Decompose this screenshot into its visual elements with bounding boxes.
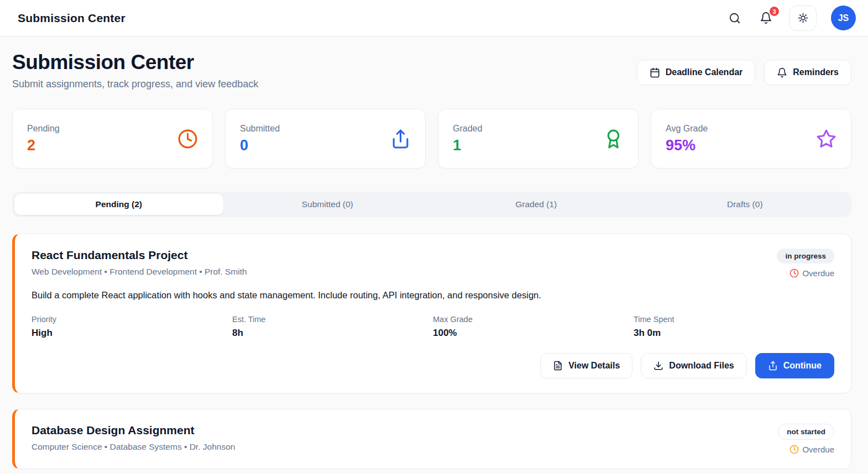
assignment-title-group: Database Design Assignment Computer Scie… <box>32 424 235 452</box>
download-icon <box>653 361 663 371</box>
clock-icon <box>789 268 799 278</box>
assignment-title-group: React Fundamentals Project Web Developme… <box>32 249 247 277</box>
stat-text: Graded 1 <box>453 124 482 154</box>
reminders-button[interactable]: Reminders <box>764 60 851 85</box>
bell-icon <box>777 67 787 78</box>
stat-text: Pending 2 <box>27 124 60 154</box>
stat-label: Pending <box>27 124 60 134</box>
stat-text: Submitted 0 <box>240 124 280 154</box>
calendar-icon <box>650 67 660 78</box>
file-text-icon <box>553 361 563 371</box>
sun-icon <box>797 12 809 24</box>
assignment-meta-line: Web Development • Frontend Development •… <box>32 267 247 277</box>
page-heading-group: Submission Center Submit assignments, tr… <box>12 51 258 90</box>
deadline-calendar-button[interactable]: Deadline Calendar <box>637 60 756 85</box>
award-icon <box>603 129 624 149</box>
field-est-time: Est. Time 8h <box>232 315 433 339</box>
field-value: 3h 0m <box>634 328 834 339</box>
stat-card-pending: Pending 2 <box>12 109 213 168</box>
notification-count-badge: 3 <box>768 6 780 17</box>
stat-value: 0 <box>240 137 280 154</box>
stat-value: 2 <box>27 137 60 154</box>
stat-label: Submitted <box>240 124 280 134</box>
upload-icon <box>390 129 411 149</box>
search-button[interactable] <box>726 10 743 27</box>
clock-icon <box>177 129 198 149</box>
stat-label: Graded <box>453 124 482 134</box>
assignment-status-group: not started Overdue <box>778 424 834 454</box>
top-bar-actions: 3 JS <box>726 6 856 31</box>
field-priority: Priority High <box>32 315 232 339</box>
overdue-label: Overdue <box>802 445 834 454</box>
download-files-label: Download Files <box>669 361 734 371</box>
assignment-description: Build a complete React application with … <box>32 290 834 301</box>
stat-card-avg-grade: Avg Grade 95% <box>651 109 851 168</box>
tab-graded[interactable]: Graded (1) <box>432 194 641 215</box>
stat-card-submitted: Submitted 0 <box>225 109 426 168</box>
status-badge: not started <box>778 424 834 440</box>
assignment-status-group: in progress Overdue <box>777 249 834 278</box>
stat-text: Avg Grade 95% <box>666 124 708 154</box>
user-avatar[interactable]: JS <box>831 6 856 30</box>
field-label: Max Grade <box>433 315 634 324</box>
theme-toggle-button[interactable] <box>789 6 817 31</box>
assignment-meta-line: Computer Science • Database Systems • Dr… <box>32 442 235 452</box>
view-details-label: View Details <box>568 361 620 371</box>
tab-pending[interactable]: Pending (2) <box>14 194 223 215</box>
assignment-actions: View Details Download Files Continue <box>32 353 834 378</box>
continue-label: Continue <box>783 361 822 371</box>
field-label: Priority <box>32 315 232 324</box>
stats-row: Pending 2 Submitted 0 Graded 1 <box>12 109 851 168</box>
field-label: Time Spent <box>634 315 834 324</box>
overdue-indicator: Overdue <box>789 268 834 278</box>
overdue-label: Overdue <box>802 268 834 278</box>
upload-icon <box>768 361 778 371</box>
status-tabs: Pending (2) Submitted (0) Graded (1) Dra… <box>12 192 851 217</box>
deadline-calendar-label: Deadline Calendar <box>666 67 743 77</box>
field-time-spent: Time Spent 3h 0m <box>634 315 834 339</box>
overdue-indicator: Overdue <box>789 445 834 454</box>
clock-icon <box>789 445 799 454</box>
app-title: Submission Center <box>18 12 126 25</box>
page-header: Submission Center Submit assignments, tr… <box>12 51 851 90</box>
stat-value: 1 <box>453 137 482 154</box>
continue-button[interactable]: Continue <box>755 353 834 378</box>
page-subtitle: Submit assignments, track progress, and … <box>12 78 258 90</box>
assignment-title: React Fundamentals Project <box>32 249 247 262</box>
assignment-card: Database Design Assignment Computer Scie… <box>12 409 851 469</box>
assignment-fields: Priority High Est. Time 8h Max Grade 100… <box>32 315 834 339</box>
page-actions: Deadline Calendar Reminders <box>637 51 851 85</box>
main-content: Submission Center Submit assignments, tr… <box>0 36 868 469</box>
field-max-grade: Max Grade 100% <box>433 315 634 339</box>
top-bar: Submission Center 3 JS <box>0 0 868 36</box>
download-files-button[interactable]: Download Files <box>641 353 746 378</box>
stat-card-graded: Graded 1 <box>438 109 639 168</box>
stat-value: 95% <box>666 137 708 154</box>
assignment-card-header: Database Design Assignment Computer Scie… <box>32 424 834 454</box>
assignment-card: React Fundamentals Project Web Developme… <box>12 234 851 393</box>
star-icon <box>816 129 836 149</box>
tab-drafts[interactable]: Drafts (0) <box>641 194 850 215</box>
reminders-label: Reminders <box>793 67 839 77</box>
status-badge: in progress <box>777 249 834 264</box>
field-value: High <box>32 328 232 339</box>
field-value: 8h <box>232 328 433 339</box>
view-details-button[interactable]: View Details <box>540 353 632 378</box>
search-icon <box>729 12 741 24</box>
assignment-card-header: React Fundamentals Project Web Developme… <box>32 249 834 278</box>
field-label: Est. Time <box>232 315 433 324</box>
stat-label: Avg Grade <box>666 124 708 134</box>
assignment-title: Database Design Assignment <box>32 424 235 437</box>
field-value: 100% <box>433 328 634 339</box>
tab-submitted[interactable]: Submitted (0) <box>223 194 432 215</box>
page-title: Submission Center <box>12 51 258 74</box>
notifications-button[interactable]: 3 <box>757 9 775 27</box>
